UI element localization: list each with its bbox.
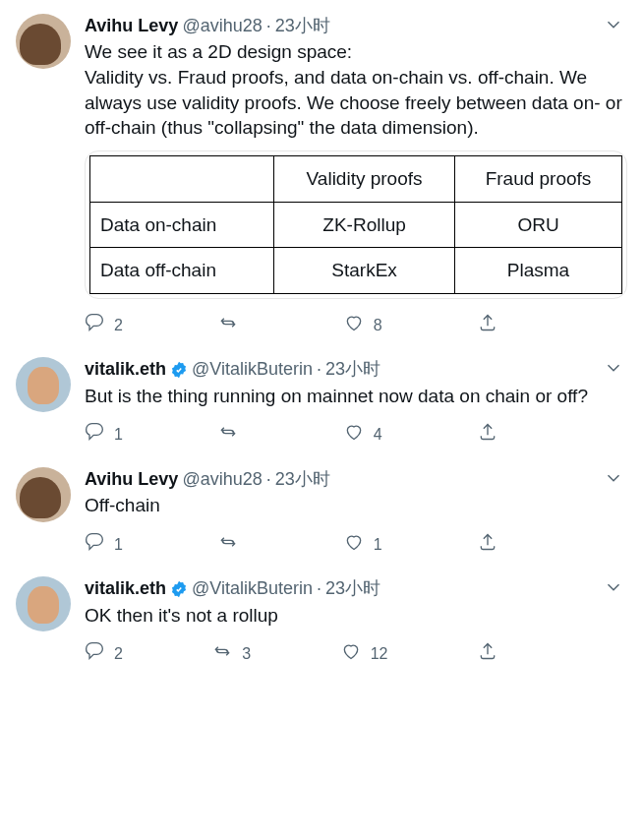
avatar[interactable] bbox=[16, 357, 71, 412]
chevron-down-icon bbox=[603, 576, 624, 604]
retweet-icon bbox=[218, 313, 238, 338]
timestamp[interactable]: 23小时 bbox=[325, 357, 380, 381]
like-count: 12 bbox=[371, 643, 388, 665]
tweet-header: Avihu Levy @avihu28 · 23小时 bbox=[85, 467, 627, 491]
reply-icon bbox=[85, 641, 104, 667]
retweet-button[interactable] bbox=[218, 422, 248, 448]
more-options-button[interactable] bbox=[600, 576, 627, 604]
like-count: 8 bbox=[374, 315, 382, 336]
heart-icon bbox=[344, 422, 364, 448]
author-name[interactable]: vitalik.eth bbox=[85, 576, 166, 600]
table-col-header: Validity proofs bbox=[274, 155, 455, 202]
tweet[interactable]: Avihu Levy @avihu28 · 23小时 We see it as … bbox=[0, 0, 643, 343]
retweet-icon bbox=[218, 422, 238, 448]
avatar[interactable] bbox=[16, 576, 71, 631]
share-icon bbox=[478, 313, 497, 338]
share-button[interactable] bbox=[478, 532, 497, 558]
heart-icon bbox=[344, 313, 364, 338]
author-name[interactable]: vitalik.eth bbox=[85, 357, 166, 381]
tweet-header: vitalik.eth @VitalikButerin · 23小时 bbox=[85, 357, 627, 381]
more-options-button[interactable] bbox=[600, 467, 627, 495]
reply-button[interactable]: 2 bbox=[85, 313, 123, 338]
table-cell: ORU bbox=[455, 202, 622, 248]
author-name[interactable]: Avihu Levy bbox=[85, 14, 178, 37]
timestamp[interactable]: 23小时 bbox=[275, 14, 330, 37]
share-button[interactable] bbox=[478, 313, 497, 338]
reply-count: 2 bbox=[114, 315, 123, 336]
more-options-button[interactable] bbox=[600, 357, 627, 385]
dot-separator: · bbox=[317, 357, 322, 381]
like-button[interactable]: 12 bbox=[341, 641, 388, 667]
chevron-down-icon bbox=[603, 467, 624, 495]
verified-badge-icon bbox=[170, 361, 188, 379]
tweet-header: vitalik.eth @VitalikButerin · 23小时 bbox=[85, 576, 627, 600]
share-button[interactable] bbox=[478, 641, 497, 667]
reply-count: 1 bbox=[114, 424, 123, 446]
share-icon bbox=[478, 641, 497, 667]
more-options-button[interactable] bbox=[600, 14, 627, 41]
tweet-text: We see it as a 2D design space: Validity… bbox=[85, 39, 627, 141]
retweet-icon bbox=[212, 641, 232, 667]
tweet-text: OK then it's not a rollup bbox=[85, 603, 627, 629]
tweet-text: But is the thing running on mainnet now … bbox=[85, 384, 627, 409]
table-row-header: Data on-chain bbox=[90, 202, 274, 248]
verified-badge-icon bbox=[170, 580, 188, 598]
table-col-header: Fraud proofs bbox=[455, 155, 622, 202]
tweet-actions: 1 4 bbox=[85, 422, 497, 448]
share-icon bbox=[478, 422, 497, 448]
reply-button[interactable]: 1 bbox=[85, 422, 123, 448]
retweet-count: 3 bbox=[242, 643, 251, 665]
reply-button[interactable]: 1 bbox=[85, 532, 123, 558]
reply-button[interactable]: 2 bbox=[85, 641, 123, 667]
author-handle[interactable]: @VitalikButerin bbox=[192, 357, 313, 381]
avatar[interactable] bbox=[16, 14, 71, 69]
table-row-header: Data off-chain bbox=[90, 248, 274, 294]
reply-count: 2 bbox=[114, 643, 123, 665]
table-cell: ZK-Rollup bbox=[274, 202, 455, 248]
table-blank-cell bbox=[90, 155, 274, 202]
retweet-button[interactable] bbox=[218, 532, 248, 558]
author-name[interactable]: Avihu Levy bbox=[85, 467, 178, 491]
dot-separator: · bbox=[266, 467, 271, 491]
embedded-table-card[interactable]: Validity proofs Fraud proofs Data on-cha… bbox=[85, 150, 627, 299]
table-cell: Plasma bbox=[455, 248, 622, 294]
retweet-button[interactable] bbox=[218, 313, 248, 338]
share-icon bbox=[478, 532, 497, 558]
chevron-down-icon bbox=[603, 357, 624, 385]
reply-icon bbox=[85, 313, 104, 338]
like-count: 4 bbox=[374, 424, 382, 446]
timestamp[interactable]: 23小时 bbox=[275, 467, 330, 491]
tweet-actions: 2 8 bbox=[85, 313, 497, 338]
author-handle[interactable]: @VitalikButerin bbox=[192, 576, 313, 600]
tweet-actions: 1 1 bbox=[85, 532, 497, 558]
tweet-actions: 2 3 12 bbox=[85, 641, 497, 667]
chevron-down-icon bbox=[603, 14, 624, 41]
heart-icon bbox=[344, 532, 364, 558]
like-button[interactable]: 8 bbox=[344, 313, 382, 338]
tweet-text: Off-chain bbox=[85, 493, 627, 518]
author-handle[interactable]: @avihu28 bbox=[182, 467, 262, 491]
author-handle[interactable]: @avihu28 bbox=[182, 14, 262, 37]
reply-count: 1 bbox=[114, 534, 123, 556]
avatar[interactable] bbox=[16, 467, 71, 522]
like-button[interactable]: 1 bbox=[344, 532, 382, 558]
timestamp[interactable]: 23小时 bbox=[325, 576, 380, 600]
tweet[interactable]: vitalik.eth @VitalikButerin · 23小时 OK th… bbox=[0, 563, 643, 673]
heart-icon bbox=[341, 641, 361, 667]
tweet-header: Avihu Levy @avihu28 · 23小时 bbox=[85, 14, 627, 37]
reply-icon bbox=[85, 422, 104, 448]
reply-icon bbox=[85, 532, 104, 558]
retweet-icon bbox=[218, 532, 238, 558]
table-cell: StarkEx bbox=[274, 248, 455, 294]
design-space-table: Validity proofs Fraud proofs Data on-cha… bbox=[89, 155, 622, 294]
like-button[interactable]: 4 bbox=[344, 422, 382, 448]
retweet-button[interactable]: 3 bbox=[212, 641, 251, 667]
tweet[interactable]: vitalik.eth @VitalikButerin · 23小时 But i… bbox=[0, 343, 643, 453]
tweet[interactable]: Avihu Levy @avihu28 · 23小时 Off-chain 1 1 bbox=[0, 453, 643, 564]
like-count: 1 bbox=[374, 534, 382, 556]
share-button[interactable] bbox=[478, 422, 497, 448]
dot-separator: · bbox=[317, 576, 322, 600]
dot-separator: · bbox=[266, 14, 271, 37]
